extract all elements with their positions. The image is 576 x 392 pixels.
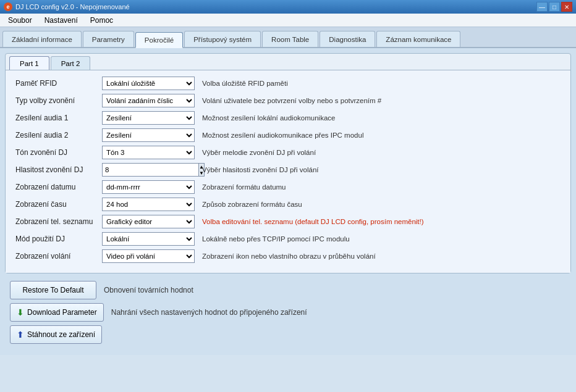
row-zobrazeni-tel: Zobrazení tel. seznamu Grafický editor T… — [15, 215, 561, 228]
row-ton-zvoneni: Tón zvonění DJ Tón 1 Tón 2 Tón 3 Tón 4 V… — [15, 146, 561, 159]
inner-tab-part1[interactable]: Part 1 — [9, 56, 49, 70]
label-zobrazeni-volani: Zobrazení volání — [15, 252, 102, 261]
label-zobrazeni-casu: Zobrazení času — [15, 200, 102, 209]
label-hlasitost: Hlasitost zvonění DJ — [15, 165, 102, 174]
row-zobrazeni-volani: Zobrazení volání Video při volání Ikony … — [15, 249, 561, 263]
restore-default-label: Restore To Default — [22, 286, 83, 294]
desc-zobrazeni-tel: Volba editování tel. seznamu (default DJ… — [202, 218, 561, 225]
desc-mod-pouziti: Lokálně nebo přes TCP/IP pomocí IPC modu… — [202, 235, 561, 243]
tab-parametry[interactable]: Parametry — [83, 31, 134, 47]
tab-roomtable[interactable]: Room Table — [262, 31, 318, 47]
select-wrapper-zobrazeni-tel: Grafický editor Textový editor — [102, 215, 195, 228]
desc-pamet-rfid: Volba úložiště RFID paměti — [202, 80, 561, 87]
row-zobrazeni-casu: Zobrazení času 24 hod 12 hod Způsob zobr… — [15, 198, 561, 211]
menu-nastaveni[interactable]: Nastavení — [39, 14, 83, 27]
row-zesileni2: Zesílení audia 2 Zesílení Zeslabení Možn… — [15, 128, 561, 142]
spinner-hlasitost-input[interactable] — [102, 163, 198, 177]
tab-pristupovy[interactable]: Přístupový systém — [184, 31, 261, 47]
desc-ton-zvoneni: Výběr melodie zvonění DJ při volání — [202, 149, 561, 156]
menu-soubor[interactable]: Soubor — [2, 14, 38, 27]
select-zobrazeni-volani[interactable]: Video při volání Ikony při volání — [102, 249, 195, 263]
label-typ-volby: Typ volby zvonění — [15, 96, 102, 105]
download-parameter-label: Download Parameter — [27, 308, 97, 317]
title-bar: e DJ LCD config v2.0 - Nepojmenované — □… — [0, 0, 576, 14]
restore-default-button[interactable]: Restore To Default — [10, 281, 96, 299]
select-zesileni2[interactable]: Zesílení Zeslabení — [102, 128, 195, 142]
select-typ-volby[interactable]: Volání zadáním číslic Volání s potvrzení… — [102, 94, 195, 107]
select-ton-zvoneni[interactable]: Tón 1 Tón 2 Tón 3 Tón 4 — [102, 146, 195, 159]
select-wrapper-zobrazeni-casu: 24 hod 12 hod — [102, 198, 195, 211]
btn-row-stahnout: ⬆ Stáhnout ze zařízení — [10, 325, 566, 344]
row-hlasitost: Hlasitost zvonění DJ ▲ ▼ Výběr hlasitost… — [15, 163, 561, 177]
select-wrapper-zesileni1: Zesílení Zeslabení — [102, 111, 195, 125]
tab-diagnostika[interactable]: Diagnostika — [320, 31, 375, 47]
tab-zakladni[interactable]: Základní informace — [2, 31, 82, 47]
main-content: Part 1 Part 2 Paměť RFID Lokální úložišt… — [0, 48, 576, 355]
restore-default-desc: Obnovení továrních hodnot — [104, 286, 193, 294]
maximize-button[interactable]: □ — [549, 2, 560, 12]
desc-zesileni2: Možnost zesílení audiokomunikace přes IP… — [202, 131, 561, 139]
menu-pomoc[interactable]: Pomoc — [85, 14, 119, 27]
row-typ-volby: Typ volby zvonění Volání zadáním číslic … — [15, 94, 561, 107]
row-zobrazeni-datumu: Zobrazení datumu dd-mm-rrrr mm-dd-rrrr r… — [15, 180, 561, 194]
stahnout-button[interactable]: ⬆ Stáhnout ze zařízení — [10, 325, 102, 344]
select-wrapper-zesileni2: Zesílení Zeslabení — [102, 128, 195, 142]
main-tab-bar: Základní informace Parametry Pokročilé P… — [0, 27, 576, 48]
spinner-wrapper-hlasitost: ▲ ▼ — [102, 163, 195, 177]
row-pamets-rfid: Paměť RFID Lokální úložiště IPC modul Vo… — [15, 77, 561, 90]
download-icon: ⬇ — [17, 307, 24, 317]
label-ton-zvoneni: Tón zvonění DJ — [15, 148, 102, 157]
select-wrapper-zobrazeni-volani: Video při volání Ikony při volání — [102, 249, 195, 263]
label-zesileni2: Zesílení audia 2 — [15, 131, 102, 140]
select-pamet-rfid[interactable]: Lokální úložiště IPC modul — [102, 77, 195, 90]
download-parameter-button[interactable]: ⬇ Download Parameter — [10, 303, 104, 322]
select-wrapper-pamet-rfid: Lokální úložiště IPC modul — [102, 77, 195, 90]
desc-hlasitost: Výběr hlasitosti zvonění DJ při volání — [202, 166, 561, 173]
tab-zaznam[interactable]: Záznam komunikace — [376, 31, 460, 47]
select-zobrazeni-tel[interactable]: Grafický editor Textový editor — [102, 215, 195, 228]
inner-tab-container: Part 1 Part 2 Paměť RFID Lokální úložišt… — [5, 53, 571, 273]
inner-tab-part2[interactable]: Part 2 — [51, 56, 91, 70]
window-controls: — □ ✕ — [536, 2, 572, 12]
row-mod-pouziti: Mód použití DJ Lokální TCP/IP přes IPC L… — [15, 232, 561, 246]
close-button[interactable]: ✕ — [561, 2, 572, 12]
desc-zesileni1: Možnost zesílení lokální audiokomunikace — [202, 114, 561, 122]
label-mod-pouziti: Mód použití DJ — [15, 235, 102, 243]
label-zesileni1: Zesílení audia 1 — [15, 114, 102, 122]
select-wrapper-ton-zvoneni: Tón 1 Tón 2 Tón 3 Tón 4 — [102, 146, 195, 159]
select-wrapper-zobrazeni-datumu: dd-mm-rrrr mm-dd-rrrr rrrr-mm-dd — [102, 180, 195, 194]
select-zobrazeni-datumu[interactable]: dd-mm-rrrr mm-dd-rrrr rrrr-mm-dd — [102, 180, 195, 194]
upload-icon: ⬆ — [17, 330, 24, 340]
desc-zobrazeni-volani: Zobrazení ikon nebo vlastního obrazu v p… — [202, 252, 561, 260]
btn-row-restore: Restore To Default Obnovení továrních ho… — [10, 281, 566, 299]
inner-tab-bar: Part 1 Part 2 — [6, 54, 570, 70]
select-zobrazeni-casu[interactable]: 24 hod 12 hod — [102, 198, 195, 211]
menu-bar: Soubor Nastavení Pomoc — [0, 14, 576, 27]
label-zobrazeni-datumu: Zobrazení datumu — [15, 183, 102, 191]
stahnout-label: Stáhnout ze zařízení — [27, 330, 95, 339]
select-zesileni1[interactable]: Zesílení Zeslabení — [102, 111, 195, 125]
select-wrapper-typ-volby: Volání zadáním číslic Volání s potvrzení… — [102, 94, 195, 107]
select-mod-pouziti[interactable]: Lokální TCP/IP přes IPC — [102, 232, 195, 246]
btn-row-download: ⬇ Download Parameter Nahrání všech nasta… — [10, 303, 566, 322]
select-wrapper-mod-pouziti: Lokální TCP/IP přes IPC — [102, 232, 195, 246]
bottom-area: Restore To Default Obnovení továrních ho… — [5, 278, 571, 350]
row-zesileni1: Zesílení audia 1 Zesílení Zeslabení Možn… — [15, 111, 561, 125]
minimize-button[interactable]: — — [536, 2, 548, 12]
label-zobrazeni-tel: Zobrazení tel. seznamu — [15, 217, 102, 226]
window-title: DJ LCD config v2.0 - Nepojmenované — [15, 3, 130, 10]
desc-zobrazeni-casu: Způsob zobrazení formátu času — [202, 201, 561, 208]
label-pamet-rfid: Paměť RFID — [15, 79, 102, 88]
desc-typ-volby: Volání uživatele bez potvrzení volby neb… — [202, 97, 561, 104]
download-parameter-desc: Nahrání všech nastavených hodnot do přip… — [111, 308, 307, 317]
inner-tab-content: Paměť RFID Lokální úložiště IPC modul Vo… — [6, 70, 570, 273]
tab-pokrocile[interactable]: Pokročilé — [135, 32, 183, 48]
app-icon: e — [4, 2, 12, 11]
desc-zobrazeni-datumu: Zobrazení formátu datumu — [202, 183, 561, 191]
